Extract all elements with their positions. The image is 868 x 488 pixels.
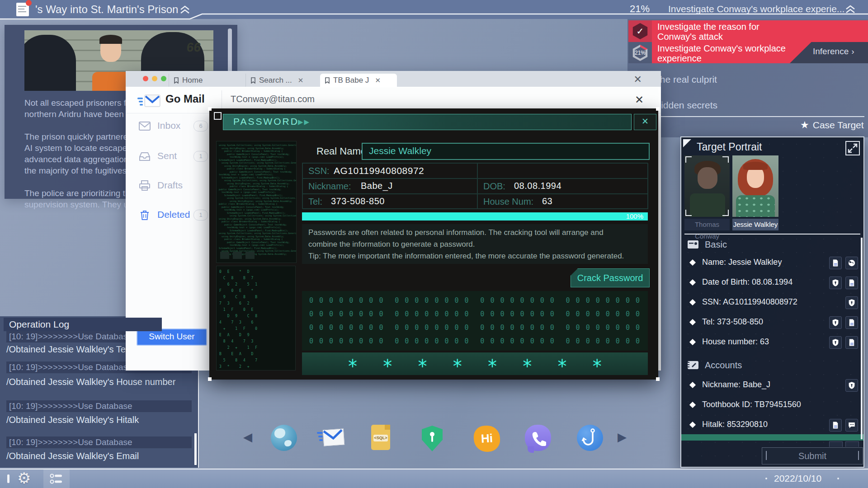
browser-close-button[interactable]: ✕ — [634, 74, 642, 85]
system-date: 2022/10/10 — [774, 473, 821, 484]
password-window-title: PASSWORD — [233, 116, 299, 127]
portrait-thomas-conway[interactable] — [684, 155, 730, 217]
password-mask-char: * — [347, 356, 358, 379]
next-section-strip — [681, 434, 863, 441]
fish-hook-icon[interactable] — [577, 425, 603, 451]
info-row: Name: Jessie Walkley — [688, 257, 859, 270]
info-row: Date of Birth: 08.08.1994 — [688, 277, 859, 290]
go-mail-dock-icon[interactable] — [317, 425, 343, 451]
shield-icon[interactable] — [845, 379, 858, 392]
chat-icon[interactable] — [845, 419, 858, 432]
case-progress-percent: 21% — [630, 3, 650, 15]
window-mode-icon[interactable] — [214, 112, 222, 120]
browser-globe-icon[interactable] — [271, 425, 297, 451]
digit-group: 0 0 0 0 0 0 0 0 — [395, 296, 469, 305]
doc-icon[interactable] — [845, 316, 858, 329]
shield-icon[interactable] — [829, 277, 842, 289]
tab-close-icon[interactable]: ✕ — [298, 76, 304, 84]
digit-group: 0 0 0 0 0 0 0 0 — [395, 337, 469, 345]
phone-icon[interactable] — [525, 425, 551, 451]
case-target-header: ★Case Target — [800, 119, 864, 131]
portrait-label-jessie: Jessie Walkley — [732, 219, 778, 230]
submit-button[interactable]: Submit — [762, 447, 863, 465]
password-close-button[interactable]: ✕ — [634, 114, 656, 130]
dock-scroll-right-icon[interactable]: ▶ — [618, 430, 627, 444]
real-name-label: Real Name: — [316, 145, 369, 157]
digit-scramble-display: 0 0 0 0 0 0 0 00 0 0 0 0 0 0 00 0 0 0 0 … — [302, 291, 648, 351]
sent-icon — [138, 150, 151, 162]
drafts-icon — [138, 180, 151, 192]
star-icon: ★ — [800, 119, 809, 131]
case-panel-scrollbar[interactable] — [861, 238, 863, 439]
bookmark-icon — [325, 77, 330, 84]
task-2-line-1: Investigate Conway's workplace — [657, 43, 786, 54]
browser-tab-tb-babe-j[interactable]: TB Babe J✕ — [320, 74, 397, 87]
shield-icon[interactable] — [829, 316, 842, 329]
operation-log-scrollbar[interactable] — [194, 433, 197, 465]
corner-decoration — [683, 139, 691, 147]
doc-icon[interactable] — [845, 336, 858, 349]
height-chart-number: 66 — [186, 40, 202, 55]
digit-group: 0 0 0 0 0 0 0 0 — [309, 310, 384, 318]
diamond-bullet-icon — [689, 319, 696, 325]
info-text: SSN: AG10119940808972 — [702, 297, 797, 307]
log-entry-detail: /Obtained Jessie Walkley's Hitalk — [6, 415, 139, 425]
double-arrow-icon: ▶▶ — [298, 118, 310, 126]
browser-tab-search-[interactable]: Search ...✕ — [245, 74, 323, 87]
info-row: Nickname: Babe_J — [688, 379, 859, 393]
nickname-cell[interactable]: Nickname: Babe_J — [302, 178, 477, 194]
inference-button[interactable]: Inference› — [813, 47, 854, 56]
crack-description-line: combine the information to generate a pa… — [308, 239, 642, 250]
cut-icon-tile — [829, 441, 843, 447]
notification-dot — [26, 0, 32, 6]
tab-close-icon[interactable]: ✕ — [375, 76, 381, 84]
dock-scroll-left-icon[interactable]: ◀ — [243, 430, 252, 444]
real-name-input[interactable]: Jessie Walkley — [362, 143, 650, 160]
dot-decoration — [837, 478, 839, 479]
mail-close-button[interactable]: ✕ — [635, 94, 644, 106]
digit-group: 0 0 0 0 0 0 0 0 — [395, 324, 469, 332]
news-app-icon[interactable] — [16, 3, 29, 16]
sql-database-icon[interactable]: <SQL> — [368, 425, 394, 451]
expand-icon[interactable] — [845, 141, 860, 155]
traffic-light-zoom-icon[interactable] — [161, 76, 166, 81]
doc-icon[interactable] — [845, 277, 858, 289]
portrait-jessie-walkley[interactable] — [732, 155, 778, 217]
digit-group: 0 0 0 0 0 0 0 0 — [566, 324, 641, 332]
hitalk-icon[interactable]: Hi — [473, 425, 501, 453]
shield-icon[interactable] — [829, 336, 842, 349]
traffic-light-close-icon[interactable] — [143, 76, 148, 81]
minimized-window-indicator[interactable] — [7, 474, 9, 483]
browser-tab-bar: HomeSearch ...✕TB Babe J✕ ✕ — [126, 71, 661, 87]
news-collapse-chevron-icon[interactable] — [179, 5, 191, 14]
log-entry-time: [10: 19]>>>>>>>>Use Database — [6, 436, 192, 448]
ssn-cell[interactable]: SSN: AG10119940808972 — [302, 163, 477, 178]
portrait-label-thomas: Thomas Conway — [684, 219, 730, 230]
password-window-titlebar[interactable]: PASSWORD ▶▶ — [223, 114, 632, 130]
globe-icon[interactable] — [845, 257, 858, 269]
doc-icon[interactable] — [829, 419, 842, 432]
news-window-title: 's Way into St. Martin's Prison — [35, 3, 178, 16]
dob-cell[interactable]: DOB: 08.08.1994 — [477, 178, 648, 194]
shield-icon[interactable] — [845, 296, 858, 309]
go-mail-logo-icon — [137, 92, 160, 108]
info-text: Tel: 373-508-850 — [702, 317, 763, 327]
info-row: Tel: 373-508-850 — [688, 316, 859, 330]
digit-group: 0 0 0 0 0 0 0 0 — [395, 310, 469, 318]
task-collapse-chevron-icon[interactable] — [844, 4, 856, 14]
settings-gear-icon[interactable]: ⚙ — [17, 469, 31, 487]
task-manager-icon[interactable] — [43, 469, 70, 488]
divider — [222, 90, 222, 109]
info-row: SSN: AG10119940808972 — [688, 296, 859, 310]
password-shield-icon[interactable] — [419, 426, 445, 452]
mail-account-address: TConway@titan.com — [231, 94, 315, 104]
tel-cell[interactable]: Tel: 373-508-850 — [302, 194, 477, 209]
deleted-icon — [138, 209, 151, 221]
house-num-cell[interactable]: House Num: 63 — [477, 194, 648, 209]
browser-tab-home[interactable]: Home — [169, 74, 246, 87]
folder-label: Inbox — [157, 120, 180, 131]
crack-password-button[interactable]: Crack Password — [571, 268, 650, 287]
digit-group: 0 0 0 0 0 0 0 0 — [480, 324, 555, 332]
traffic-light-minimize-icon[interactable] — [152, 76, 157, 81]
doc-icon[interactable] — [829, 257, 842, 269]
